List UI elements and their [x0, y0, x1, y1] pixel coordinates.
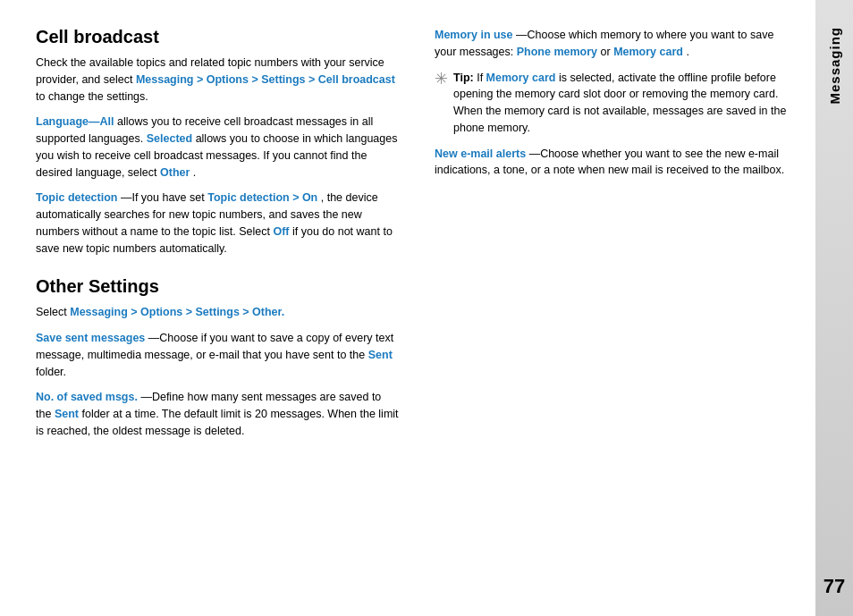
tip-box: ✳ Tip: If Memory card is selected, activ…: [435, 70, 798, 137]
other-settings-title: Other Settings: [36, 276, 399, 297]
sidebar: Messaging 77: [815, 0, 853, 616]
left-column: Cell broadcast Check the available topic…: [36, 27, 408, 598]
memory-in-use-paragraph: Memory in use —Choose which memory to wh…: [435, 27, 798, 61]
tip-icon: ✳: [435, 71, 448, 87]
tip-text: Tip: If Memory card is selected, activat…: [453, 70, 798, 137]
page-number: 77: [823, 575, 845, 598]
language-paragraph: Language—All allows you to receive cell …: [36, 114, 399, 181]
cell-broadcast-title: Cell broadcast: [36, 27, 399, 47]
no-saved-msgs-paragraph: No. of saved msgs. —Define how many sent…: [36, 389, 399, 439]
tip-label: Tip:: [453, 72, 474, 84]
other-settings-section: Other Settings Select Messaging > Option…: [36, 276, 399, 439]
topic-paragraph: Topic detection —If you have set Topic d…: [36, 190, 399, 257]
other-settings-select: Select Messaging > Options > Settings > …: [36, 304, 399, 321]
right-column: Memory in use —Choose which memory to wh…: [426, 27, 798, 598]
sidebar-label: Messaging: [827, 27, 842, 105]
main-content: Cell broadcast Check the available topic…: [0, 0, 815, 616]
new-email-alerts-paragraph: New e-mail alerts —Choose whether you wa…: [435, 146, 798, 180]
cell-broadcast-intro: Check the available topics and related t…: [36, 55, 399, 105]
save-sent-paragraph: Save sent messages —Choose if you want t…: [36, 330, 399, 380]
